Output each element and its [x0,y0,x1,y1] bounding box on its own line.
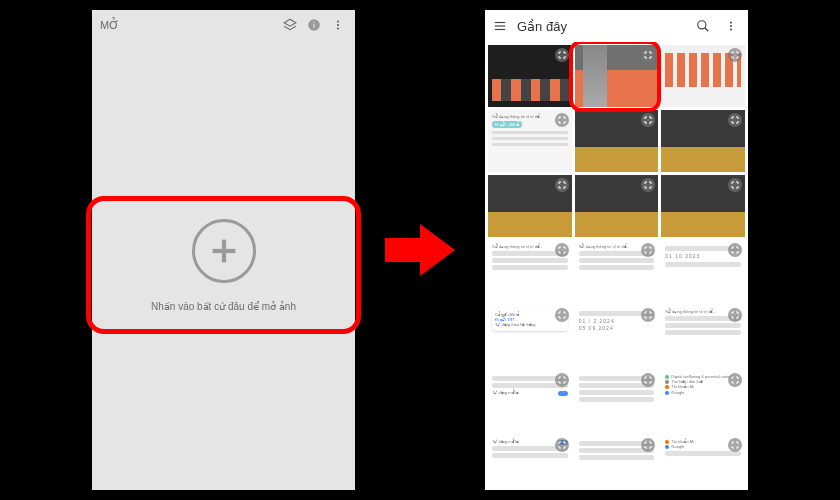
phone-gallery: Gần đây Sử dụng thông tin vị trí để... Đ… [485,10,748,490]
thumb[interactable] [661,110,745,172]
expand-icon[interactable] [728,308,742,322]
thumb[interactable]: Tự động mở lại [488,435,572,490]
thumb[interactable] [488,45,572,107]
thumb[interactable] [575,370,659,432]
expand-icon[interactable] [641,48,655,62]
search-icon[interactable] [694,17,712,35]
expand-icon[interactable] [728,438,742,452]
expand-icon[interactable] [728,243,742,257]
expand-icon[interactable] [555,373,569,387]
thumb[interactable]: 01 10 2023 [661,240,745,302]
thumb[interactable] [661,45,745,107]
text: Sử dụng thông tin vị trí để... [492,244,542,249]
thumb[interactable]: Sử dụng thông tin vị trí để... [661,305,745,367]
text: Tự động theo hệ thống [495,322,565,327]
expand-icon[interactable] [555,113,569,127]
svg-point-15 [730,22,732,24]
text: Sử dụng thông tin vị trí để... [665,309,715,314]
svg-marker-0 [284,19,296,26]
text: Google [671,444,684,449]
open-image-area[interactable]: Nhấn vào bất cứ đâu để mở ảnh [92,40,355,490]
thumb[interactable] [661,175,745,237]
gallery-title: Gần đây [517,19,684,34]
svg-point-5 [337,24,339,26]
thumb[interactable]: Sử dụng thông tin vị trí để... Đi gửi - … [488,110,572,172]
expand-icon[interactable] [555,178,569,192]
svg-line-14 [705,28,709,32]
toggle-icon [558,391,568,396]
phone-editor: MỞ Nhấn vào bất cứ đâu để mở ảnh [92,10,355,490]
svg-point-13 [698,21,706,29]
svg-point-6 [337,28,339,30]
thumb[interactable] [575,175,659,237]
text: Sử dụng thông tin vị trí để... [492,114,542,119]
expand-icon[interactable] [728,113,742,127]
gallery-topbar: Gần đây [485,10,748,42]
thumb[interactable] [488,175,572,237]
arrow-icon [385,220,455,280]
expand-icon[interactable] [728,373,742,387]
expand-icon[interactable] [555,243,569,257]
text: Tự động mở lại [492,390,519,395]
editor-topbar: MỞ [92,10,355,40]
thumb[interactable]: Tự động mở lại [488,370,572,432]
hamburger-icon[interactable] [493,17,507,35]
svg-point-16 [730,25,732,27]
thumb[interactable] [575,45,659,107]
text: Google [671,390,684,395]
text: 05 09 2024 [579,325,655,332]
text: Tự động mở lại [492,439,519,444]
editor-title: MỞ [100,19,275,32]
svg-point-4 [337,21,339,23]
thumb[interactable]: Tài khoản Mi Google [661,435,745,490]
thumb[interactable]: 01 / 2 2024 05 09 2024 [575,305,659,367]
expand-icon[interactable] [555,48,569,62]
info-icon[interactable] [305,16,323,34]
thumb[interactable] [575,435,659,490]
expand-icon[interactable] [641,178,655,192]
expand-icon[interactable] [641,113,655,127]
expand-icon[interactable] [555,308,569,322]
more-vert-icon[interactable] [329,16,347,34]
thumb[interactable] [575,110,659,172]
expand-icon[interactable] [728,178,742,192]
thumb[interactable]: Digital wellbeing & parental controls Tì… [661,370,745,432]
layers-icon[interactable] [281,16,299,34]
svg-marker-9 [385,224,455,276]
thumb[interactable]: Sử dụng thông tin vị trí để... [575,240,659,302]
open-hint-text: Nhấn vào bất cứ đâu để mở ảnh [151,301,296,312]
pill: Đi gửi - Mô tả [492,121,522,128]
expand-icon[interactable] [555,438,569,452]
more-vert-icon[interactable] [722,17,740,35]
gallery-grid: Sử dụng thông tin vị trí để... Đi gửi - … [485,42,748,490]
thumb[interactable]: Sử dụng thông tin vị trí để... [488,240,572,302]
expand-icon[interactable] [728,48,742,62]
svg-rect-2 [313,24,314,28]
add-icon [192,219,256,283]
svg-point-17 [730,29,732,31]
svg-rect-3 [313,22,314,23]
text: Sử dụng thông tin vị trí để... [579,244,629,249]
thumb[interactable]: Cả giờ +Mô tả Đi gửi TBT Tự động theo hệ… [488,305,572,367]
